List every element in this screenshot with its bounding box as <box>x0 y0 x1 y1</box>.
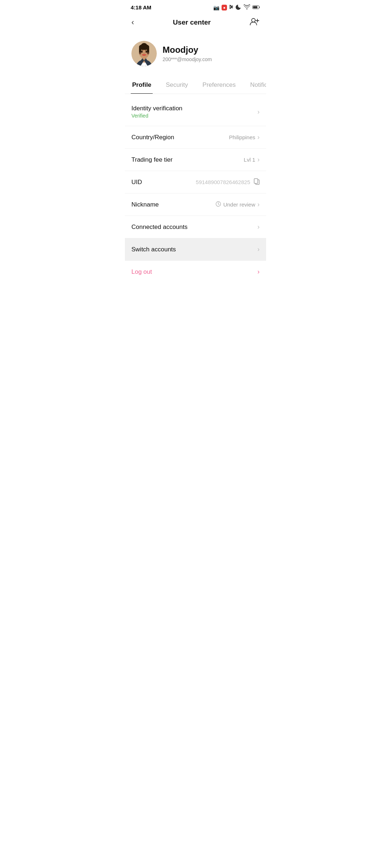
profile-email: 200***@moodjoy.com <box>163 56 212 62</box>
moon-icon <box>236 4 241 11</box>
bluetooth-icon <box>229 4 234 11</box>
status-bar: 4:18 AM 📷 ● <box>125 0 266 13</box>
user-settings-icon[interactable] <box>249 17 260 28</box>
svg-point-12 <box>141 51 143 53</box>
status-time: 4:18 AM <box>131 4 151 10</box>
trading-fee-tier-value: Lvl 1 <box>244 157 255 163</box>
menu-list: Identity verification Verified › Country… <box>125 98 266 283</box>
chevron-icon: › <box>257 223 260 231</box>
svg-rect-18 <box>254 179 258 183</box>
country-region-label: Country/Region <box>131 134 174 141</box>
chevron-icon: › <box>257 156 260 163</box>
identity-verification-label: Identity verification <box>131 105 182 112</box>
back-button[interactable]: ‹ <box>131 18 134 27</box>
nickname-status: Under review <box>223 201 255 208</box>
svg-point-16 <box>147 52 149 54</box>
chevron-icon: › <box>257 133 260 141</box>
chevron-icon: › <box>257 108 260 116</box>
logout-item[interactable]: Log out › <box>125 261 266 283</box>
bottom-spacer <box>125 283 266 305</box>
uid-value: 5914890078264628​25 <box>196 179 250 185</box>
header: ‹ User center <box>125 13 266 34</box>
uid-label: UID <box>131 179 142 186</box>
uid-item[interactable]: UID 5914890078264628​25 <box>125 171 266 193</box>
tab-notifications[interactable]: Notificati... <box>243 76 266 94</box>
logout-chevron-icon: › <box>257 268 260 276</box>
recording-icon: ● <box>222 5 227 10</box>
svg-point-14 <box>144 53 145 54</box>
clock-icon <box>215 201 221 208</box>
country-region-value: Philippines <box>229 134 255 140</box>
chevron-icon: › <box>257 201 260 208</box>
connected-accounts-label: Connected accounts <box>131 224 188 231</box>
tab-profile[interactable]: Profile <box>125 76 159 94</box>
profile-section: Moodjoy 200***@moodjoy.com <box>125 34 266 76</box>
country-region-item[interactable]: Country/Region Philippines › <box>125 126 266 149</box>
svg-rect-1 <box>253 6 257 8</box>
battery-icon <box>252 5 260 10</box>
svg-point-2 <box>252 18 255 22</box>
status-icons: 📷 ● <box>213 4 260 11</box>
logout-label: Log out <box>131 268 152 276</box>
wifi-icon <box>244 4 250 10</box>
copy-icon[interactable] <box>254 178 260 186</box>
identity-verification-status: Verified <box>131 113 182 119</box>
identity-verification-item[interactable]: Identity verification Verified › <box>125 98 266 126</box>
tabs-container: Profile Security Preferences Notificati.… <box>125 76 266 94</box>
svg-point-15 <box>139 52 141 54</box>
nickname-item[interactable]: Nickname Under review › <box>125 193 266 216</box>
svg-point-13 <box>146 51 147 53</box>
svg-point-11 <box>141 43 147 47</box>
avatar <box>131 41 157 66</box>
page-title: User center <box>173 18 211 26</box>
chevron-icon: › <box>257 246 260 253</box>
trading-fee-tier-label: Trading fee tier <box>131 156 173 163</box>
nickname-label: Nickname <box>131 201 159 208</box>
trading-fee-tier-item[interactable]: Trading fee tier Lvl 1 › <box>125 149 266 171</box>
tab-security[interactable]: Security <box>159 76 195 94</box>
switch-accounts-label: Switch accounts <box>131 246 176 253</box>
camera-icon: 📷 <box>213 5 219 10</box>
profile-username: Moodjoy <box>163 45 212 55</box>
profile-info: Moodjoy 200***@moodjoy.com <box>163 45 212 62</box>
tab-preferences[interactable]: Preferences <box>195 76 243 94</box>
switch-accounts-item[interactable]: Switch accounts › <box>125 238 266 261</box>
connected-accounts-item[interactable]: Connected accounts › <box>125 216 266 238</box>
